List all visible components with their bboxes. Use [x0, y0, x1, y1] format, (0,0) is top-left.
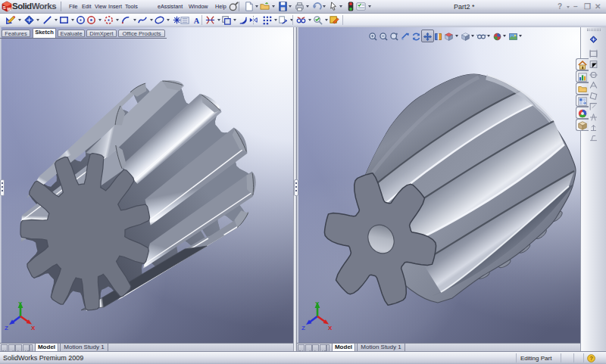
- svg-text:Z: Z: [5, 325, 8, 331]
- svg-text:W: W: [7, 7, 11, 11]
- svg-text:S: S: [3, 5, 6, 10]
- svg-text:?: ?: [589, 355, 593, 362]
- svg-text:A: A: [194, 17, 200, 25]
- svg-text:Y: Y: [315, 300, 320, 307]
- svg-text:X: X: [328, 325, 333, 331]
- svg-text:Y: Y: [18, 300, 23, 307]
- svg-text:Z: Z: [301, 325, 305, 331]
- svg-text:X: X: [31, 325, 36, 331]
